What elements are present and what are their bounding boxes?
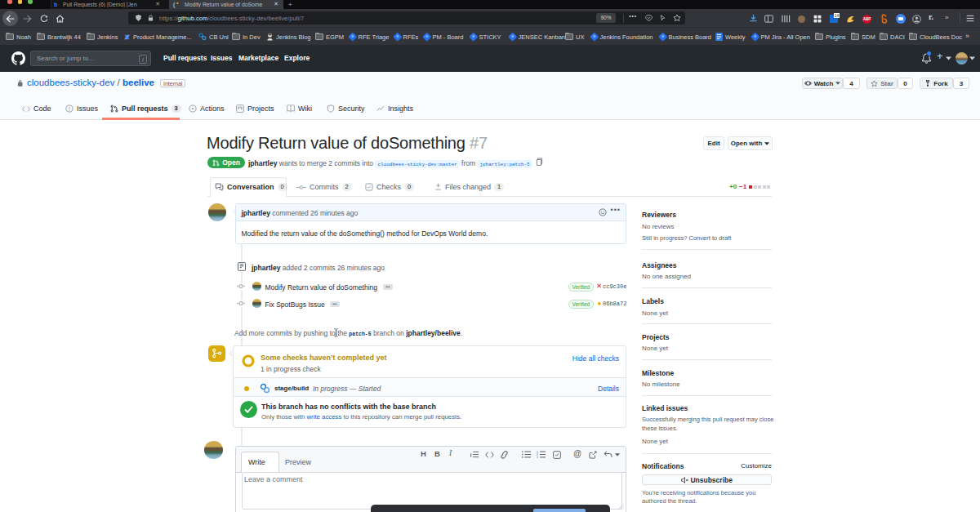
svg-text:3: 3 xyxy=(537,456,538,458)
